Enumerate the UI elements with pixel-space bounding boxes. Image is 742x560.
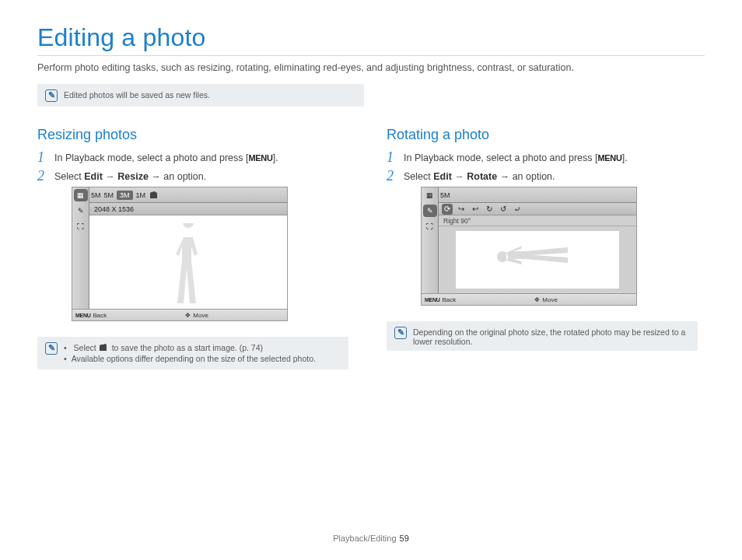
start-image-icon <box>99 344 110 352</box>
top-note: ✎ Edited photos will be saved as new fil… <box>37 84 364 107</box>
resizing-step-1: In Playback mode, select a photo and pre… <box>37 152 355 163</box>
rotate-icons: ⟳ ↪ ↩ ↻ ↺ ⤾ <box>442 204 523 215</box>
resize-screenshot: ▦ ✎ ⛶ 5M 5M 3M 1M 2048 X 1536 <box>72 187 288 321</box>
move-icon: ✥ <box>534 296 540 303</box>
screenshot-side-toolbar: ▦ ✎ ⛶ <box>72 187 89 309</box>
step-text: ]. <box>273 152 278 163</box>
screenshot-body <box>89 215 287 309</box>
rotate-icon: ↺ <box>498 204 509 215</box>
start-image-icon <box>149 191 159 200</box>
step-text: Select <box>404 171 433 182</box>
side-icon: ▦ <box>74 189 88 201</box>
note-icon: ✎ <box>394 327 407 339</box>
rotating-note-text: Depending on the original photo size, th… <box>413 326 690 346</box>
footer-section: Playback/Editing <box>333 534 396 543</box>
screenshot-top-toolbar: 5M 5M 3M 1M <box>72 187 287 203</box>
menu-label: MENU <box>597 153 621 163</box>
intro-text: Perform photo editing tasks, such as res… <box>37 62 705 73</box>
page-footer: Playback/Editing59 <box>0 534 742 543</box>
footer-back: Back <box>93 312 107 319</box>
screenshot-rotate-row: ⟳ ↪ ↩ ↻ ↺ ⤾ <box>439 203 636 215</box>
screenshot-footer: MENUBack ✥Move <box>422 293 636 305</box>
side-icon: ⛶ <box>74 220 88 233</box>
size-option: 5M <box>91 191 101 199</box>
rotate-icon: ↩ <box>470 204 481 215</box>
note-line: Available options differ depending on th… <box>64 354 316 363</box>
footer-move: Move <box>542 296 558 303</box>
page-title: Editing a photo <box>37 23 705 55</box>
resizing-note: ✎ Select to save the photo as a start im… <box>37 337 348 369</box>
title-divider <box>37 55 705 56</box>
heading-resizing: Resizing photos <box>37 127 355 143</box>
note-icon: ✎ <box>45 342 58 355</box>
menu-label: MENU <box>248 153 272 163</box>
footer-back: Back <box>442 296 456 303</box>
rotate-icon: ↻ <box>484 204 495 215</box>
rotating-step-1: In Playback mode, select a photo and pre… <box>387 152 705 163</box>
rotate-icon: ⟳ <box>442 204 453 215</box>
step-bold: Rotate <box>467 171 497 182</box>
side-icon: ⛶ <box>423 220 437 233</box>
side-icon: ✎ <box>74 205 88 217</box>
rotating-step-2: Select Edit → Rotate → an option. ▦ ✎ ⛶ … <box>387 171 705 306</box>
footer-page-number: 59 <box>400 534 409 543</box>
col-resizing: Resizing photos In Playback mode, select… <box>37 127 355 369</box>
step-text: In Playback mode, select a photo and pre… <box>54 152 248 163</box>
person-silhouette-icon <box>491 237 584 276</box>
note-text: to save the photo as a start image. (p. … <box>110 343 263 352</box>
footer-menu-label: MENU <box>75 313 90 318</box>
step-bold: Edit <box>433 171 452 182</box>
step-bold: Edit <box>84 171 103 182</box>
size-option-selected: 3M <box>117 191 133 200</box>
arrow: → <box>452 171 467 182</box>
arrow: → <box>103 171 117 182</box>
step-text: → an option. <box>497 171 555 182</box>
step-text: → an option. <box>149 171 206 182</box>
step-text: In Playback mode, select a photo and pre… <box>404 152 597 163</box>
screenshot-top-toolbar: 5M <box>422 187 636 203</box>
col-rotating: Rotating a photo In Playback mode, selec… <box>387 127 705 369</box>
rotate-screenshot: ▦ ✎ ⛶ 5M ⟳ ↪ ↩ ↻ <box>421 187 637 306</box>
screenshot-body <box>439 226 636 293</box>
step-text: ]. <box>622 152 628 163</box>
heading-rotating: Rotating a photo <box>387 127 705 143</box>
size-option: 1M <box>136 191 146 199</box>
top-note-text: Edited photos will be saved as new files… <box>64 89 210 100</box>
size-option: 5M <box>104 191 114 199</box>
step-text: Select <box>54 171 84 182</box>
side-icon: ▦ <box>423 189 437 201</box>
screenshot-sub-label: Right 90° <box>439 215 636 226</box>
rotating-note: ✎ Depending on the original photo size, … <box>387 321 698 351</box>
side-icon: ✎ <box>423 205 437 217</box>
note-line: Select to save the photo as a start imag… <box>64 343 316 352</box>
footer-menu-label: MENU <box>425 297 439 303</box>
rotate-icon: ⤾ <box>512 204 523 215</box>
screenshot-sub-label: 2048 X 1536 <box>89 203 287 215</box>
person-silhouette-icon <box>165 223 212 309</box>
screenshot-side-toolbar: ▦ ✎ ⛶ <box>422 187 439 293</box>
resizing-step-2: Select Edit → Resize → an option. ▦ ✎ ⛶ … <box>37 171 355 321</box>
top-label: 5M <box>440 191 450 199</box>
move-icon: ✥ <box>185 312 191 319</box>
note-icon: ✎ <box>45 89 58 102</box>
step-bold: Resize <box>117 171 149 182</box>
footer-move: Move <box>193 312 208 319</box>
note-text: Select <box>74 343 99 352</box>
rotate-icon: ↪ <box>456 204 467 215</box>
screenshot-footer: MENUBack ✥Move <box>72 309 287 320</box>
